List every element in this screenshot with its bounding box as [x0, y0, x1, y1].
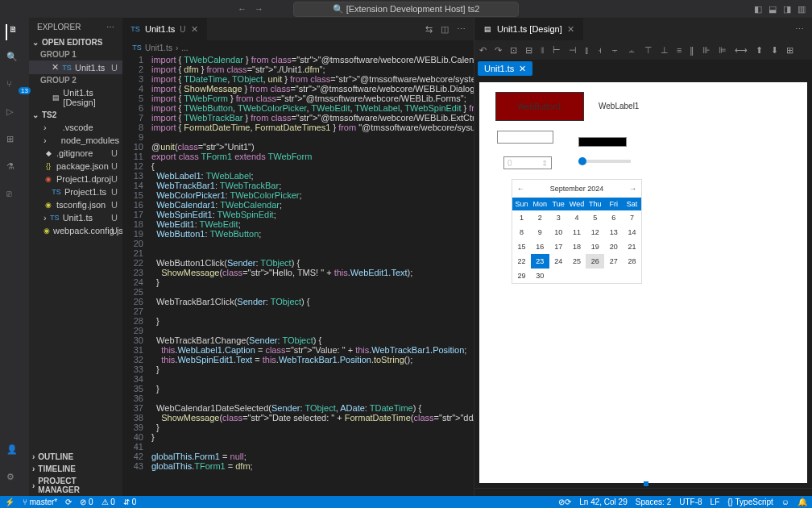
cal-date[interactable]: 1: [512, 210, 531, 225]
extensions-icon[interactable]: ⊞: [6, 134, 23, 150]
align-icon[interactable]: ≡: [677, 45, 682, 55]
tree-file[interactable]: ›TSUnit1.tsU: [29, 211, 122, 224]
tab-unit1[interactable]: TS Unit1.ts U ✕: [122, 18, 207, 40]
nav-back-icon[interactable]: ←: [238, 4, 246, 14]
web-spinedit1[interactable]: 0⇕: [503, 156, 552, 169]
explorer-icon[interactable]: 🗎: [6, 24, 22, 40]
cal-date[interactable]: 26: [586, 254, 604, 269]
close-icon[interactable]: ✕: [52, 62, 59, 73]
spinner-icon[interactable]: ⇕: [541, 159, 548, 168]
cal-prev-icon[interactable]: ←: [517, 185, 524, 193]
resize-handle[interactable]: [644, 481, 648, 486]
errors-status[interactable]: ⊘ 0: [80, 498, 93, 506]
scm-icon[interactable]: ⑂13: [6, 79, 23, 95]
compare-icon[interactable]: ⇆: [425, 24, 433, 35]
tab-design[interactable]: ▤ Unit1.ts [Design] ✕: [474, 18, 583, 40]
thumb-icon[interactable]: [578, 157, 586, 165]
scrollbar[interactable]: [474, 488, 812, 496]
web-label1[interactable]: WebLabel1: [599, 102, 639, 110]
web-button1[interactable]: WebButton1: [495, 92, 584, 121]
align-icon[interactable]: ‖: [690, 45, 694, 56]
tree-file[interactable]: TSProject1.tsU: [29, 185, 122, 198]
tree-file[interactable]: ◉tsconfig.jsonU: [29, 198, 122, 211]
feedback-icon[interactable]: ☺: [781, 498, 789, 506]
remote-indicator[interactable]: ⚡: [5, 498, 14, 506]
dist-icon[interactable]: ⊪: [702, 45, 710, 56]
cal-date[interactable]: 4: [568, 210, 586, 225]
cal-date[interactable]: 5: [586, 210, 604, 225]
flask-icon[interactable]: ⚗: [6, 161, 23, 177]
indent-status[interactable]: Spaces: 2: [636, 498, 671, 506]
tool-icon[interactable]: ⊡: [510, 45, 517, 56]
tree-file[interactable]: {}package.jsonU: [29, 160, 122, 173]
design-file-tab[interactable]: Unit1.ts ✕: [478, 61, 532, 76]
cal-date[interactable]: 19: [586, 239, 604, 254]
ports-status[interactable]: ⇵ 0: [123, 498, 136, 506]
cal-date[interactable]: 27: [604, 254, 623, 269]
bell-icon[interactable]: 🔔: [798, 498, 807, 506]
cal-date[interactable]: 23: [531, 254, 549, 269]
cal-date[interactable]: 12: [586, 225, 604, 239]
outline-header[interactable]: ›OUTLINE: [29, 451, 122, 463]
web-colorpicker1[interactable]: [578, 137, 627, 147]
tool-icon[interactable]: ⫿: [585, 45, 590, 55]
breadcrumb[interactable]: TS Unit1.ts › ...: [122, 40, 474, 55]
split-icon[interactable]: ◫: [441, 24, 449, 35]
settings-icon[interactable]: ⚙: [6, 472, 23, 488]
cal-date[interactable]: 15: [512, 239, 531, 254]
open-editor-item[interactable]: ✕ TS Unit1.ts U: [29, 60, 122, 74]
code-editor[interactable]: 1234567891011121314151617181920212223242…: [122, 55, 474, 496]
align-icon[interactable]: ⫞: [598, 45, 603, 55]
cal-date[interactable]: 21: [623, 239, 641, 254]
order-icon[interactable]: ⬆: [756, 45, 763, 56]
close-icon[interactable]: ✕: [519, 64, 526, 74]
tool-icon[interactable]: ⊢: [553, 45, 561, 56]
cal-date[interactable]: 10: [549, 225, 568, 239]
cal-date[interactable]: 29: [512, 269, 531, 283]
undo-icon[interactable]: ↶: [479, 45, 487, 56]
layout-icon[interactable]: ▥: [798, 4, 806, 15]
encoding-status[interactable]: UTF-8: [679, 498, 702, 506]
branch-status[interactable]: ⑂ master*: [23, 498, 57, 506]
web-calendar1[interactable]: ← September 2024 → SunMonTueWedThuFriSat…: [512, 179, 642, 284]
search-icon[interactable]: 🔍: [6, 52, 23, 68]
align-icon[interactable]: ⫟: [611, 45, 619, 55]
tree-folder[interactable]: ›node_modules: [29, 134, 122, 147]
tool-icon[interactable]: ⊟: [525, 45, 532, 56]
cal-date[interactable]: 18: [568, 239, 586, 254]
cal-date[interactable]: 22: [512, 254, 531, 269]
cal-grid[interactable]: 1234567891011121314151617181920212223242…: [512, 210, 641, 283]
pm-header[interactable]: ›PROJECT MANAGER: [29, 475, 122, 496]
lang-status[interactable]: {} TypeScript: [727, 498, 773, 506]
dist-icon[interactable]: ⊫: [719, 45, 727, 56]
code-content[interactable]: import { TWebCalendar } from class="str"…: [151, 55, 474, 496]
cal-date[interactable]: 7: [623, 210, 641, 225]
warnings-status[interactable]: ⚠ 0: [102, 498, 115, 506]
tree-file[interactable]: ◉Project1.dprojU: [29, 173, 122, 185]
align-icon[interactable]: ⊥: [661, 45, 669, 56]
redo-icon[interactable]: ↷: [495, 45, 502, 56]
cal-date[interactable]: 3: [549, 210, 568, 225]
cal-date[interactable]: 28: [623, 254, 641, 269]
debug-icon[interactable]: ▷: [6, 106, 23, 123]
cal-date[interactable]: 17: [549, 239, 568, 254]
cal-date[interactable]: 2: [531, 210, 549, 225]
grid-icon[interactable]: ⊞: [786, 45, 793, 56]
cal-date[interactable]: 9: [531, 225, 549, 239]
cal-date[interactable]: 14: [623, 225, 641, 239]
panel-right-icon[interactable]: ◨: [783, 4, 791, 15]
more-icon[interactable]: ⋯: [457, 24, 466, 35]
cal-date[interactable]: 8: [512, 225, 531, 239]
tool-icon[interactable]: ⊣: [569, 45, 577, 56]
nav-fwd-icon[interactable]: →: [255, 4, 263, 14]
tree-file[interactable]: ◆.gitignoreU: [29, 147, 122, 160]
form-designer-surface[interactable]: WebButton1 WebLabel1 0⇕ ← September 2024…: [479, 82, 807, 483]
cal-date[interactable]: 30: [531, 269, 549, 283]
tree-file[interactable]: ◉webpack.config.jsU: [29, 224, 122, 237]
command-center[interactable]: 🔍 [Extension Development Host] ts2: [293, 2, 519, 17]
cursor-pos[interactable]: Ln 42, Col 29: [579, 498, 628, 506]
cal-date[interactable]: 11: [568, 225, 586, 239]
open-editor-item[interactable]: ▤ Unit1.ts [Design]: [29, 86, 122, 109]
cal-date[interactable]: 6: [604, 210, 623, 225]
close-icon[interactable]: ✕: [567, 24, 574, 35]
